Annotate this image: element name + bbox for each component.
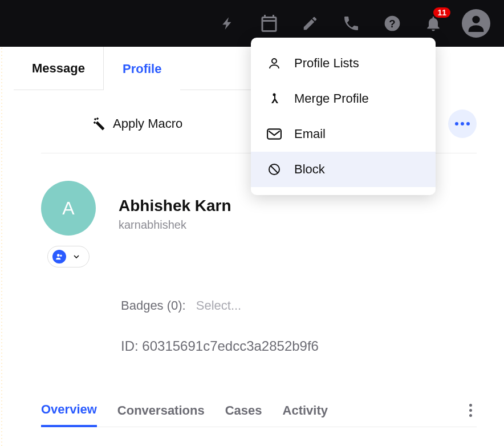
notifications-icon[interactable]: 11 xyxy=(421,11,446,36)
subtab-overview[interactable]: Overview xyxy=(41,394,97,427)
svg-text:?: ? xyxy=(389,18,395,30)
calendar-icon[interactable]: 01 xyxy=(257,11,282,36)
svg-point-3 xyxy=(472,16,479,23)
badges-label: Badges (0): xyxy=(121,298,186,313)
profile-username: karnabhishek xyxy=(119,218,231,232)
bolt-icon[interactable] xyxy=(216,11,241,36)
tab-profile[interactable]: Profile xyxy=(104,47,180,90)
subtab-conversations[interactable]: Conversations xyxy=(117,395,205,426)
profile-lists-icon xyxy=(267,56,282,71)
wand-icon xyxy=(92,117,106,131)
menu-item-email[interactable]: Email xyxy=(251,116,436,152)
profile-id-value: 60315691c7edcc3a2852b9f6 xyxy=(142,338,319,354)
more-actions-button[interactable] xyxy=(448,110,477,138)
help-icon[interactable]: ? xyxy=(380,11,405,36)
profile-id-label: ID: xyxy=(121,338,142,354)
svg-point-6 xyxy=(272,59,277,63)
svg-point-5 xyxy=(60,255,62,257)
apply-macro-button[interactable]: Apply Macro xyxy=(92,116,182,131)
menu-item-block[interactable]: Block xyxy=(251,152,436,187)
menu-item-profile-lists[interactable]: Profile Lists xyxy=(251,46,436,81)
svg-point-4 xyxy=(57,254,60,257)
menu-item-email-label: Email xyxy=(294,127,326,141)
segment-chip[interactable] xyxy=(47,246,90,267)
profile-name: Abhishek Karn xyxy=(119,197,231,215)
tab-message[interactable]: Message xyxy=(14,47,104,90)
menu-item-block-label: Block xyxy=(294,162,325,177)
subtab-activity[interactable]: Activity xyxy=(283,395,328,426)
users-icon xyxy=(52,250,66,263)
chevron-down-icon xyxy=(72,252,81,261)
notification-badge: 11 xyxy=(433,7,450,18)
menu-item-merge-profile-label: Merge Profile xyxy=(294,91,369,106)
badges-select[interactable]: Select... xyxy=(196,298,241,313)
svg-text:01: 01 xyxy=(265,23,273,31)
apply-macro-label: Apply Macro xyxy=(113,116,182,131)
profile-id-row: ID: 60315691c7edcc3a2852b9f6 xyxy=(121,338,477,354)
compose-icon[interactable] xyxy=(298,11,323,36)
svg-point-7 xyxy=(273,94,276,96)
email-icon xyxy=(267,127,282,141)
svg-rect-8 xyxy=(267,129,281,139)
merge-icon xyxy=(267,91,282,106)
profile-avatar: A xyxy=(41,181,96,236)
profile-subtabs: Overview Conversations Cases Activity xyxy=(41,394,477,427)
user-avatar-icon[interactable] xyxy=(462,9,490,38)
more-actions-menu: Profile Lists Merge Profile Email Block xyxy=(251,38,436,195)
menu-item-merge-profile[interactable]: Merge Profile xyxy=(251,81,436,116)
phone-icon[interactable] xyxy=(339,11,364,36)
subtab-cases[interactable]: Cases xyxy=(225,395,262,426)
subtabs-more-button[interactable] xyxy=(465,399,477,421)
menu-item-profile-lists-label: Profile Lists xyxy=(294,56,359,71)
block-icon xyxy=(267,162,282,177)
